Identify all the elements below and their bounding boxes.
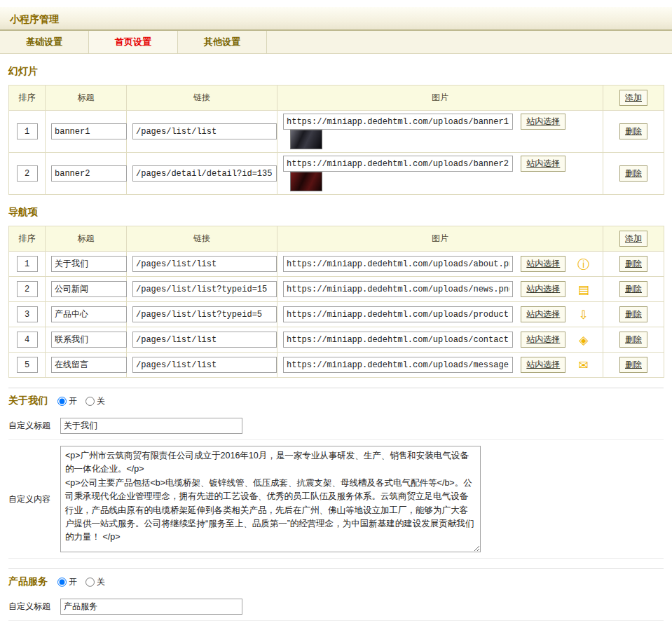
site-select-button[interactable]: 站内选择: [521, 306, 565, 322]
nav-link-input[interactable]: [132, 357, 277, 373]
slideshow-add-cell: 添加: [603, 86, 664, 111]
nav-link-input[interactable]: [132, 332, 277, 348]
site-select-button[interactable]: 站内选择: [521, 357, 565, 372]
slideshow-header-row: 排序 标题 链接 图片 添加: [9, 86, 664, 111]
site-select-button[interactable]: 站内选择: [521, 332, 565, 347]
nav-image-url-input[interactable]: [283, 256, 513, 272]
tab-home-settings[interactable]: 首页设置: [89, 31, 178, 53]
nav-image-url-input[interactable]: [283, 281, 513, 297]
site-select-button[interactable]: 站内选择: [521, 114, 565, 129]
nav-delete-button[interactable]: 删除: [619, 357, 647, 372]
nav-order-input[interactable]: [17, 332, 38, 348]
nav-image-url-input[interactable]: [283, 306, 513, 322]
nav-title-input[interactable]: [51, 256, 127, 272]
tab-other-settings[interactable]: 其他设置: [178, 31, 267, 53]
nav-link-input[interactable]: [132, 256, 277, 272]
nav-add-cell: 添加: [603, 226, 664, 252]
nav-delete-button[interactable]: 删除: [619, 332, 647, 347]
column-title: 标题: [46, 86, 127, 111]
site-select-button[interactable]: 站内选择: [521, 256, 565, 271]
tab-bar: 基础设置 首页设置 其他设置: [0, 31, 672, 54]
slideshow-title-input[interactable]: [51, 123, 127, 139]
products-switch-off-radio[interactable]: [85, 578, 95, 587]
site-select-button[interactable]: 站内选择: [521, 281, 565, 296]
slideshow-delete-button[interactable]: 删除: [619, 123, 647, 139]
slideshow-row: 站内选择 删除: [9, 111, 664, 153]
products-switch-on[interactable]: 开: [57, 576, 77, 588]
news-list-icon: ▤: [577, 282, 591, 296]
about-switch-on-label: 开: [69, 395, 77, 407]
products-custom-title-input[interactable]: [60, 599, 242, 615]
column-link: 链接: [127, 86, 277, 111]
nav-title-input[interactable]: [51, 332, 127, 348]
slideshow-image-url-input[interactable]: [283, 156, 513, 172]
about-section-head: 关于我们 开 关: [8, 388, 664, 412]
slideshow-add-button[interactable]: 添加: [619, 90, 647, 105]
nav-order-input[interactable]: [17, 256, 38, 272]
products-switch-off[interactable]: 关: [85, 576, 105, 588]
nav-delete-button[interactable]: 删除: [619, 281, 647, 296]
products-switch-group: 开 关: [57, 576, 105, 588]
nav-image-url-input[interactable]: [283, 332, 513, 348]
column-order: 排序: [9, 226, 46, 252]
slideshow-order-input[interactable]: [17, 123, 38, 139]
products-section-title: 产品服务: [8, 575, 48, 588]
page-title: 小程序管理: [10, 13, 59, 25]
about-section-title: 关于我们: [8, 395, 48, 407]
slideshow-delete-button[interactable]: 删除: [619, 165, 647, 181]
about-custom-content-label: 自定义内容: [8, 493, 60, 505]
about-switch-group: 开 关: [57, 395, 105, 407]
about-switch-on-radio[interactable]: [57, 397, 67, 406]
nav-header-row: 排序 标题 链接 图片 添加: [9, 226, 664, 252]
banner2-thumbnail: [290, 172, 322, 191]
nav-row: 站内选择 ⇩ 删除: [9, 302, 664, 327]
about-switch-on[interactable]: 开: [57, 395, 77, 407]
column-image: 图片: [277, 86, 603, 111]
banner1-thumbnail: [290, 130, 322, 149]
products-custom-title-row: 自定义标题: [8, 593, 664, 621]
slideshow-row: 站内选择 删除: [9, 153, 664, 195]
about-custom-content-textarea[interactable]: <p>广州市云筑商贸有限责任公司成立于2016年10月，是一家专业从事研发、生产…: [60, 446, 481, 552]
nav-title-input[interactable]: [51, 306, 127, 322]
slideshow-link-input[interactable]: [132, 165, 277, 182]
nav-delete-button[interactable]: 删除: [619, 306, 647, 322]
slideshow-section-title: 幻灯片: [8, 65, 664, 78]
nav-title-input[interactable]: [51, 357, 127, 373]
column-title: 标题: [46, 226, 127, 252]
nav-order-input[interactable]: [17, 306, 38, 322]
cube-icon: ◈: [577, 333, 591, 347]
nav-delete-button[interactable]: 删除: [619, 256, 647, 271]
nav-row: 站内选择 ◈ 删除: [9, 327, 664, 353]
products-switch-on-radio[interactable]: [57, 578, 67, 587]
about-custom-title-row: 自定义标题: [8, 412, 664, 440]
products-switch-on-label: 开: [69, 576, 77, 588]
about-switch-off[interactable]: 关: [85, 395, 105, 407]
about-custom-title-input[interactable]: [60, 418, 242, 434]
nav-title-input[interactable]: [51, 281, 127, 297]
nav-add-button[interactable]: 添加: [619, 231, 647, 246]
slideshow-image-url-input[interactable]: [283, 114, 513, 130]
slideshow-order-input[interactable]: [17, 165, 38, 182]
slideshow-title-input[interactable]: [51, 165, 127, 182]
about-custom-title-label: 自定义标题: [8, 420, 60, 432]
nav-image-url-input[interactable]: [283, 357, 513, 373]
miniapp-admin-page: 小程序管理 基础设置 首页设置 其他设置 幻灯片 排序 标题 链接 图片 添加: [0, 7, 672, 621]
nav-row: 站内选择 ✉ 删除: [9, 353, 664, 378]
site-select-button[interactable]: 站内选择: [521, 156, 565, 171]
slideshow-table: 排序 标题 链接 图片 添加 站内选择: [8, 85, 664, 195]
about-custom-content-row: 自定义内容 <p>广州市云筑商贸有限责任公司成立于2016年10月，是一家专业从…: [8, 440, 664, 559]
nav-order-input[interactable]: [17, 357, 38, 373]
slideshow-link-input[interactable]: [132, 123, 277, 139]
tab-basic-settings[interactable]: 基础设置: [0, 31, 89, 53]
nav-table: 排序 标题 链接 图片 添加 站内选择 ⓘ: [8, 226, 664, 378]
nav-row: 站内选择 ▤ 删除: [9, 277, 664, 302]
download-box-icon: ⇩: [577, 308, 591, 322]
products-section-head: 产品服务 开 关: [8, 568, 664, 593]
nav-link-input[interactable]: [132, 306, 277, 322]
nav-link-input[interactable]: [132, 281, 277, 297]
column-order: 排序: [9, 86, 46, 111]
message-icon: ✉: [577, 358, 591, 372]
column-link: 链接: [127, 226, 277, 252]
nav-order-input[interactable]: [17, 281, 38, 297]
about-switch-off-radio[interactable]: [85, 397, 95, 406]
